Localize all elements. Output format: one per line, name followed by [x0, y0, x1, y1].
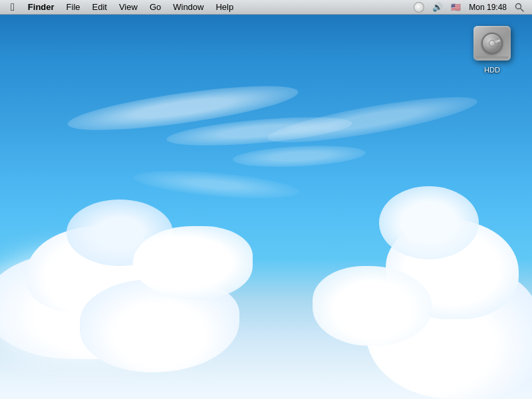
hdd-ridge — [476, 57, 508, 61]
language-flag-icon[interactable]: 🇺🇸 — [448, 3, 464, 12]
help-menu[interactable]: Help — [210, 0, 239, 15]
desktop: HDD  Finder File Edit View Go Window He… — [0, 0, 532, 399]
menubar-left:  Finder File Edit View Go Window Help — [0, 0, 239, 15]
hdd-arm — [486, 39, 501, 46]
hdd-desktop-icon[interactable]: HDD — [466, 23, 519, 74]
window-menu[interactable]: Window — [168, 0, 209, 15]
menubar-clock: Mon 19:48 — [466, 3, 509, 12]
hdd-platter — [481, 33, 503, 54]
cloud-wispy — [132, 166, 300, 203]
menubar-right: 🔊 🇺🇸 Mon 19:48 — [411, 2, 532, 13]
apple-menu[interactable]:  — [4, 0, 21, 15]
svg-line-1 — [521, 9, 523, 11]
cloud-decoration — [313, 266, 432, 346]
svg-point-0 — [516, 3, 521, 9]
view-menu[interactable]: View — [114, 0, 143, 15]
cloud-wispy — [232, 143, 366, 170]
file-menu[interactable]: File — [61, 0, 86, 15]
menubar:  Finder File Edit View Go Window Help 🔊 — [0, 0, 532, 15]
cloud-decoration — [379, 186, 479, 259]
spotlight-left-icon[interactable] — [411, 2, 427, 13]
spotlight-circle-icon — [414, 2, 424, 13]
volume-menubar-icon[interactable]: 🔊 — [430, 2, 446, 12]
spotlight-magnifier — [515, 3, 524, 12]
hdd-label: HDD — [484, 66, 500, 74]
cloud-decoration — [133, 226, 253, 299]
edit-menu[interactable]: Edit — [87, 0, 112, 15]
finder-menu[interactable]: Finder — [23, 0, 60, 15]
hdd-icon-image — [472, 23, 512, 63]
hdd-body — [473, 26, 511, 61]
go-menu[interactable]: Go — [144, 0, 166, 15]
spotlight-search-icon[interactable] — [512, 3, 527, 12]
